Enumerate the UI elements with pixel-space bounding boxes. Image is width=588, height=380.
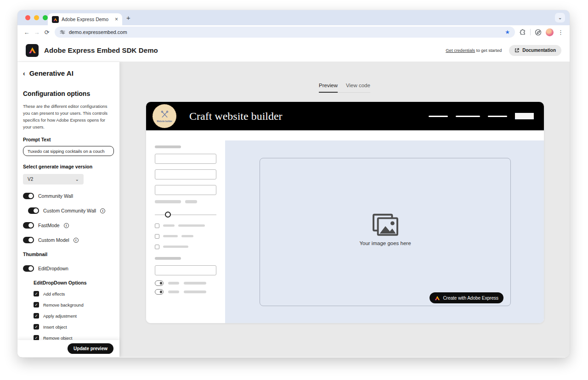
maximize-window-button[interactable] [43, 15, 48, 20]
minimize-window-button[interactable] [34, 15, 39, 20]
mock-input[interactable] [155, 185, 216, 195]
main-area: Preview View code Website builder Craft … [119, 62, 570, 357]
insert-object-checkbox[interactable]: ✓ [34, 324, 39, 330]
skeleton-bar [155, 257, 181, 260]
prompt-text-label: Prompt Text [23, 137, 114, 142]
image-placeholder-icon [372, 213, 399, 236]
thumbnail-label: Thumbnail [23, 251, 114, 257]
new-tab-button[interactable]: + [126, 14, 130, 22]
apply-adjustment-checkbox[interactable]: ✓ [34, 313, 39, 319]
mock-input[interactable] [155, 265, 216, 275]
version-select[interactable]: V2 ⌄ [23, 174, 84, 184]
config-sidebar: ‹ Generative AI Configuration options Th… [17, 62, 119, 357]
tab-preview[interactable]: Preview [319, 83, 338, 93]
toggle-row-editdropdown: EditDropdown [23, 265, 114, 272]
back-nav[interactable]: ‹ Generative AI [23, 69, 114, 77]
toolbar-divider [530, 29, 531, 35]
tab-title: Adobe Express Demo [62, 17, 112, 22]
info-icon[interactable]: i [64, 223, 69, 228]
tab-close-icon[interactable]: × [115, 17, 118, 22]
mock-toggle[interactable] [155, 280, 164, 286]
skeleton-bar [168, 282, 179, 285]
skeleton-bar [163, 246, 188, 248]
editdropdown-toggle[interactable] [23, 265, 34, 272]
adobe-express-mini-logo [435, 296, 440, 301]
site-logo-text: Website builder [157, 120, 172, 123]
energy-saver-icon[interactable] [535, 29, 542, 36]
toggle-row-fastmode: FastMode i [23, 222, 114, 229]
toggle-row-custom-model: Custom Model i [23, 237, 114, 243]
image-placeholder-text: Your image goes here [359, 240, 411, 246]
info-icon[interactable]: i [100, 208, 105, 213]
address-bar[interactable]: demo.expressembed.com ★ [55, 27, 515, 38]
mock-checkbox[interactable] [155, 224, 159, 228]
nav-link-placeholder [456, 116, 480, 117]
skeleton-bar [168, 291, 179, 293]
checkbox-row-apply-adjustment: ✓ Apply adjustment [34, 313, 114, 319]
create-with-adobe-express-button[interactable]: Create with Adobe Express [430, 292, 503, 303]
nav-link-placeholder [488, 116, 507, 117]
custom-community-wall-toggle[interactable] [28, 207, 39, 214]
url-text[interactable]: demo.expressembed.com [69, 29, 501, 35]
info-icon[interactable]: i [74, 238, 79, 243]
browser-actions: ⋮ [518, 28, 565, 36]
window-controls [25, 15, 48, 20]
refresh-icon[interactable]: ⟳ [42, 29, 52, 36]
section-title: Configuration options [23, 90, 114, 97]
mock-input[interactable] [155, 154, 216, 164]
image-drop-zone[interactable]: Your image goes here Create with Ado [260, 158, 511, 306]
site-settings-icon[interactable] [60, 29, 65, 35]
remove-object-checkbox[interactable]: ✓ [34, 335, 39, 340]
mock-input[interactable] [155, 169, 216, 179]
tab-search-caret-icon[interactable]: ⌄ [555, 13, 565, 22]
editdropdown-options-title: EditDropDown Options [34, 280, 114, 285]
fastmode-toggle[interactable] [23, 222, 34, 229]
slider-track [155, 214, 216, 215]
app-header: Adobe Express Embed SDK Demo Get credent… [17, 39, 570, 62]
browser-window: Adobe Express Demo × + ⌄ ← → ⟳ demo.expr… [17, 10, 570, 358]
profile-avatar[interactable] [546, 28, 554, 36]
forward-icon[interactable]: → [32, 29, 42, 36]
bookmark-star-icon[interactable]: ★ [505, 29, 510, 35]
page-title: Adobe Express Embed SDK Demo [44, 46, 158, 54]
preview-site-title: Craft website builder [189, 110, 283, 123]
add-effects-checkbox[interactable]: ✓ [34, 291, 39, 296]
remove-background-checkbox[interactable]: ✓ [34, 302, 39, 307]
back-nav-label: Generative AI [29, 69, 74, 77]
checkbox-row-insert-object: ✓ Insert object [34, 324, 114, 330]
preview-panel: Website builder Craft website builder [146, 102, 544, 323]
section-description: These are the different editor configura… [23, 103, 114, 130]
community-wall-toggle[interactable] [23, 193, 34, 199]
back-icon[interactable]: ← [22, 29, 32, 36]
mock-checkbox[interactable] [155, 234, 159, 239]
get-credentials-link[interactable]: Get credentials [446, 48, 475, 53]
preview-site-header: Website builder Craft website builder [146, 102, 544, 130]
slider-knob[interactable] [165, 212, 171, 218]
browser-tab[interactable]: Adobe Express Demo × [48, 13, 122, 25]
back-chevron-icon[interactable]: ‹ [23, 70, 25, 77]
adobe-express-favicon [52, 16, 59, 23]
credentials-suffix: to get started [475, 48, 502, 53]
nav-link-placeholder [429, 116, 448, 117]
tab-view-code[interactable]: View code [346, 83, 370, 93]
preview-nav-placeholder [429, 113, 537, 119]
custom-model-toggle[interactable] [23, 237, 34, 243]
update-preview-button[interactable]: Update preview [68, 343, 113, 354]
close-window-button[interactable] [25, 15, 30, 20]
extensions-icon[interactable] [520, 29, 526, 35]
mock-checkbox[interactable] [155, 245, 159, 249]
browser-menu-icon[interactable]: ⋮ [558, 29, 564, 36]
skeleton-bar [163, 224, 175, 227]
prompt-text-input[interactable] [23, 146, 114, 156]
sidebar-footer: Update preview [17, 340, 119, 357]
skeleton-bar [155, 145, 181, 148]
chevron-down-icon: ⌄ [75, 177, 79, 182]
documentation-button[interactable]: Documentation [509, 45, 561, 56]
toggle-row-community-wall: Community Wall [23, 193, 114, 199]
mock-toggle[interactable] [155, 289, 164, 295]
version-label: Select generate image version [23, 164, 114, 169]
mock-slider[interactable] [155, 212, 216, 218]
skeleton-bar [163, 235, 178, 237]
preview-canvas-area: Your image goes here Create with Ado [225, 140, 544, 323]
nav-button-placeholder [515, 113, 534, 119]
